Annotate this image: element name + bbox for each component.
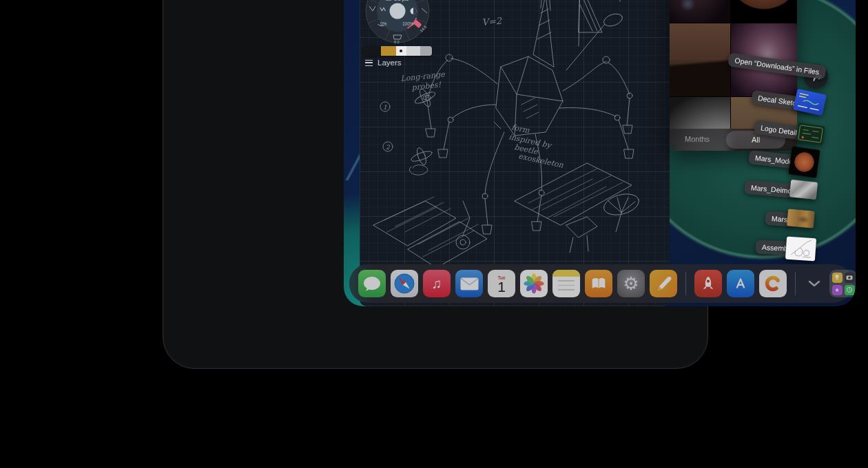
notes-yellow-band: [552, 270, 580, 277]
dock-app-calendar[interactable]: Tue 1: [488, 270, 515, 297]
music-note-icon: ♫: [432, 276, 442, 292]
safari-compass-icon: [393, 273, 415, 295]
dock-app-appstore[interactable]: [727, 270, 754, 297]
segment-months[interactable]: Months: [685, 135, 710, 143]
swatch-white-selected[interactable]: [396, 46, 406, 56]
messages-bubble-icon: [363, 275, 381, 292]
opacity-max: 100%: [402, 21, 414, 26]
calendar-day: 1: [497, 280, 506, 294]
dock-chevron-down-button[interactable]: [804, 270, 825, 297]
dock-app-library[interactable]: ★: [829, 270, 856, 297]
note-probes-line2: probes!: [411, 81, 442, 93]
mini-clock-icon: [845, 285, 855, 295]
dock-app-safari[interactable]: [391, 270, 418, 297]
mini-star-icon: ★: [832, 285, 843, 295]
dock-app-concepts[interactable]: [759, 270, 787, 297]
dock-app-music[interactable]: ♫: [423, 270, 451, 297]
dock-app-mail[interactable]: [455, 270, 483, 297]
dock-divider: [795, 272, 796, 295]
ipad-screen: Concepts_blue... 59% 90° PRO: [344, 0, 856, 306]
segment-all-label: All: [752, 136, 760, 144]
opacity-min: 0%: [380, 21, 387, 26]
page-background: Concepts_blue... 59% 90° PRO: [0, 0, 868, 468]
settings-gear-glyph: ⚙: [623, 273, 639, 295]
ipad-device-frame: Concepts_blue... 59% 90° PRO: [163, 0, 708, 369]
mail-envelope-icon: [460, 277, 479, 290]
swatch-gold[interactable]: [381, 46, 396, 56]
photo-mars-landscape[interactable]: [670, 23, 730, 96]
dock-app-books[interactable]: [585, 270, 612, 297]
layers-label: Layers: [378, 58, 402, 67]
dock-app-photos[interactable]: [520, 270, 548, 297]
dock-app-sketch[interactable]: [650, 270, 677, 297]
dock: ♫ Tue 1: [349, 264, 852, 303]
sketch-pen-icon: [654, 274, 673, 293]
color-swatch-strip: [363, 46, 432, 56]
swatch-selected-dot: [400, 50, 402, 52]
mini-tips-icon: [832, 273, 843, 283]
photo-nebula-horsehead[interactable]: [670, 0, 730, 23]
dock-app-notes[interactable]: [552, 270, 580, 297]
swatch-black[interactable]: [363, 46, 381, 56]
dock-app-messages[interactable]: [358, 270, 386, 297]
wheel-center-knob[interactable]: [390, 3, 406, 19]
swatch-light-gray[interactable]: [406, 46, 420, 56]
segment-all-selected[interactable]: All: [726, 131, 785, 149]
note-marker-1: 1: [383, 104, 387, 111]
rocket-icon: [698, 273, 719, 294]
photos-app-window: Months All: [670, 0, 797, 151]
photos-bottom-toolbar: Months All: [670, 129, 797, 151]
photo-mars-globe[interactable]: [731, 0, 797, 23]
app-library-mini-grid: ★: [832, 273, 855, 295]
layers-menu-icon: [365, 60, 373, 66]
chevron-down-icon: [808, 280, 820, 287]
tool-wheel[interactable]: 1.6 1.3 3.5 14.5: [361, 0, 433, 46]
dock-app-rocket[interactable]: [694, 270, 722, 297]
note-marker-2: 2: [386, 144, 391, 151]
concepts-c-icon: [761, 272, 785, 295]
dock-divider: [685, 272, 686, 295]
note-comms-line2: satellite: [634, 0, 668, 2]
wheel-size-d: 8.9: [394, 40, 400, 44]
concepts-app-window: Concepts_blue... 59% 90° PRO: [360, 0, 670, 306]
note-version: V=2: [482, 15, 502, 27]
layers-panel-header[interactable]: Layers: [365, 58, 402, 67]
mini-camera-icon: [845, 273, 855, 283]
appstore-a-icon: [731, 274, 750, 293]
photo-orion-nebula[interactable]: [731, 23, 797, 96]
books-open-book-icon: [588, 275, 609, 292]
dock-app-settings[interactable]: ⚙: [617, 270, 645, 297]
photos-flower-icon: [521, 271, 546, 296]
swatch-gray[interactable]: [420, 46, 432, 56]
